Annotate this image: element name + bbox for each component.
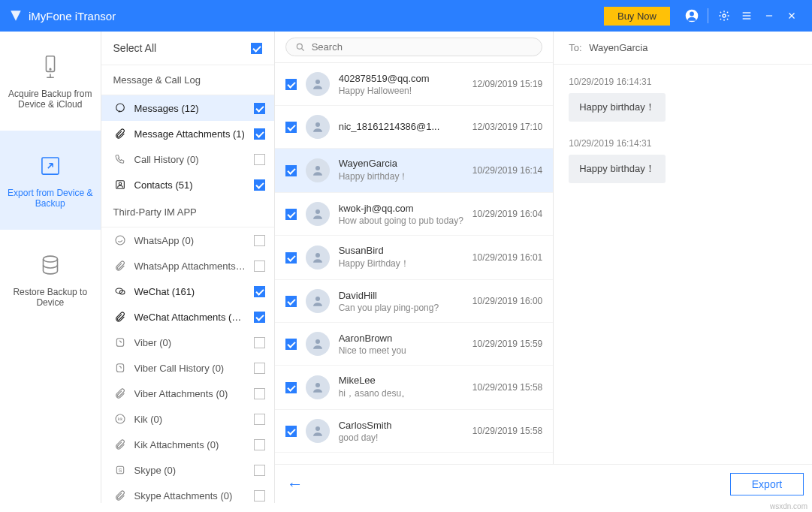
category-item[interactable]: Skype Attachments (0): [101, 483, 274, 503]
category-checkbox[interactable]: [254, 465, 265, 476]
svg-point-12: [43, 256, 57, 262]
message-row[interactable]: CarlosSmith good day! 10/29/2019 15:58: [275, 410, 554, 453]
message-checkbox[interactable]: [285, 209, 297, 220]
wa-icon: [113, 234, 127, 246]
select-all-row[interactable]: Select All: [101, 32, 274, 65]
category-item[interactable]: Message Attachments (1): [101, 121, 274, 146]
left-nav: Acquire Backup from Device & iCloud Expo…: [0, 32, 101, 503]
message-sender: 402878519@qq.com: [339, 73, 463, 84]
avatar-icon: [306, 419, 330, 443]
message-time: 10/29/2019 16:04: [472, 209, 542, 219]
chat-icon: [113, 102, 127, 114]
category-checkbox[interactable]: [254, 414, 265, 425]
category-item[interactable]: WhatsApp (0): [101, 227, 274, 253]
svg-rect-20: [116, 364, 123, 372]
category-checkbox[interactable]: [254, 179, 265, 191]
category-checkbox[interactable]: [254, 312, 265, 323]
category-group-header: Third-Party IM APP: [101, 197, 274, 227]
category-item[interactable]: WeChat (161): [101, 279, 274, 304]
message-sender: MikeLee: [339, 375, 463, 386]
message-row[interactable]: nic_18161214386@1... 12/03/2019 17:10: [275, 106, 554, 149]
message-sender: CarlosSmith: [339, 420, 463, 431]
message-checkbox[interactable]: [285, 426, 297, 437]
user-icon[interactable]: [681, 5, 703, 27]
svg-point-34: [315, 339, 320, 344]
svg-point-15: [119, 182, 121, 185]
message-checkbox[interactable]: [285, 296, 297, 307]
category-checkbox[interactable]: [254, 337, 265, 348]
message-time: 12/03/2019 17:10: [472, 122, 542, 132]
message-row[interactable]: AaronBrown Nice to meet you 10/29/2019 1…: [275, 323, 554, 366]
svg-point-17: [116, 288, 122, 294]
svg-point-26: [297, 44, 302, 49]
watermark: wsxdn.com: [770, 502, 807, 510]
category-item[interactable]: WhatsApp Attachments (0): [101, 253, 274, 279]
category-item[interactable]: Call History (0): [101, 146, 274, 172]
message-checkbox[interactable]: [285, 122, 297, 133]
category-item[interactable]: S Skype (0): [101, 457, 274, 483]
viber-icon: [113, 336, 127, 348]
nav-export[interactable]: Export from Device & Backup: [0, 131, 101, 230]
message-row[interactable]: SusanBird Happy Birthday！ 10/29/2019 16:…: [275, 236, 554, 280]
avatar-icon: [306, 245, 330, 270]
category-checkbox[interactable]: [254, 388, 265, 399]
category-item[interactable]: Messages (12): [101, 95, 274, 121]
message-row[interactable]: DavidHill Can you play ping-pong? 10/29/…: [275, 280, 554, 323]
buy-now-button[interactable]: Buy Now: [604, 7, 670, 26]
search-box[interactable]: [285, 38, 543, 56]
message-row[interactable]: WayenGarcia Happy birthday！ 10/29/2019 1…: [275, 149, 554, 193]
category-checkbox[interactable]: [254, 154, 265, 165]
message-time: 10/29/2019 16:00: [472, 296, 542, 306]
message-sender: kwok-jh@qq.com: [339, 203, 463, 214]
category-checkbox[interactable]: [254, 235, 265, 246]
category-checkbox[interactable]: [254, 286, 265, 297]
category-item[interactable]: kik Kik (0): [101, 406, 274, 432]
category-checkbox[interactable]: [254, 103, 265, 114]
category-item[interactable]: Viber Call History (0): [101, 355, 274, 381]
category-checkbox[interactable]: [254, 439, 265, 450]
message-checkbox[interactable]: [285, 79, 297, 90]
message-sender: WayenGarcia: [339, 158, 463, 169]
message-row[interactable]: 402878519@qq.com Happy Halloween! 12/09/…: [275, 63, 554, 106]
category-item[interactable]: Contacts (51): [101, 172, 274, 197]
svg-rect-19: [116, 339, 123, 347]
category-item[interactable]: Kik Attachments (0): [101, 432, 274, 457]
message-checkbox[interactable]: [285, 252, 297, 264]
category-item[interactable]: Viber (0): [101, 330, 274, 355]
svg-text:kik: kik: [117, 417, 122, 421]
svg-point-35: [315, 383, 320, 387]
app-title: iMyFone iTransor: [29, 10, 116, 23]
svg-point-16: [116, 236, 125, 245]
to-name: WayenGarcia: [589, 42, 647, 53]
category-label: Viber Attachments (0): [134, 388, 246, 399]
back-button[interactable]: ←: [287, 474, 303, 494]
menu-icon[interactable]: [735, 5, 758, 27]
export-button[interactable]: Export: [730, 473, 804, 495]
clip-icon: [113, 489, 127, 501]
viber-icon: [113, 362, 127, 374]
message-time: 10/29/2019 15:58: [472, 426, 542, 436]
category-checkbox[interactable]: [254, 490, 265, 501]
message-row[interactable]: kwok-jh@qq.com How about going to pub to…: [275, 193, 554, 236]
category-checkbox[interactable]: [254, 261, 265, 272]
message-checkbox[interactable]: [285, 382, 297, 393]
category-checkbox[interactable]: [254, 363, 265, 374]
message-checkbox[interactable]: [285, 339, 297, 350]
category-checkbox[interactable]: [254, 128, 265, 140]
minimize-button[interactable]: [758, 5, 780, 27]
category-item[interactable]: Viber Attachments (0): [101, 381, 274, 406]
message-preview: hi，asano desu。: [339, 387, 463, 400]
svg-text:S: S: [118, 467, 122, 474]
gear-icon[interactable]: [713, 5, 735, 27]
category-item[interactable]: WeChat Attachments (33...: [101, 304, 274, 330]
search-input[interactable]: [312, 41, 533, 53]
message-row[interactable]: MikeLee hi，asano desu。 10/29/2019 15:58: [275, 366, 554, 410]
nav-restore[interactable]: Restore Backup to Device: [0, 230, 101, 329]
select-all-checkbox[interactable]: [251, 43, 262, 54]
nav-acquire-backup[interactable]: Acquire Backup from Device & iCloud: [0, 32, 101, 131]
phone-icon: [113, 153, 127, 165]
message-checkbox[interactable]: [285, 165, 297, 176]
logo-icon: [9, 9, 23, 23]
close-button[interactable]: [780, 5, 803, 27]
clip-icon: [113, 128, 127, 140]
